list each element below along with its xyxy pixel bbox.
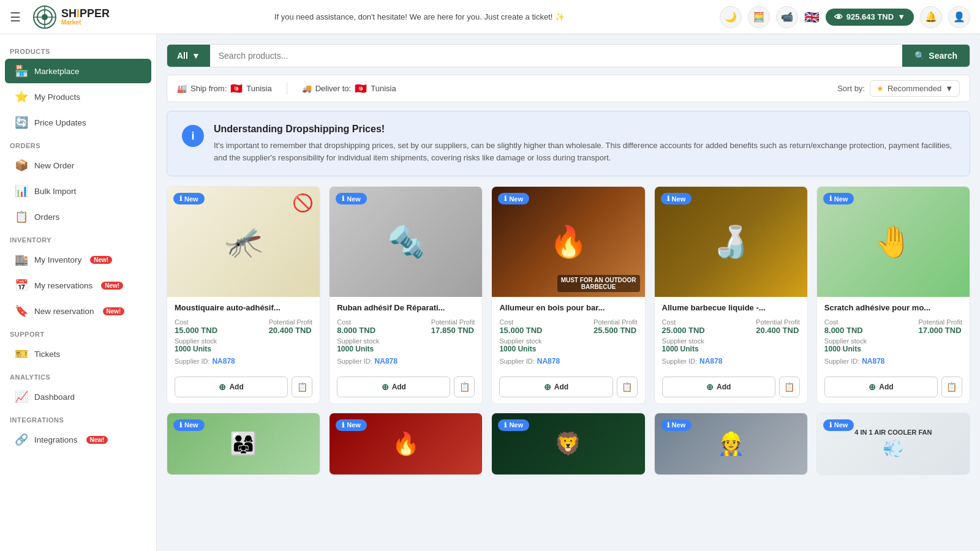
sidebar-label-integrations: Integrations	[34, 435, 78, 444]
stock-label-5: Supplier stock	[824, 337, 962, 345]
new-badge-7: New	[336, 419, 367, 431]
main-content: All ▼ 🔍 Search 🏭 Ship from: 🇹🇳 Tunisia	[157, 34, 980, 551]
add-button-5[interactable]: ⊕ Add	[824, 377, 938, 397]
add-button-1[interactable]: ⊕ Add	[175, 377, 288, 397]
product-image-wrap-4: 🍶 New	[655, 187, 807, 297]
search-button[interactable]: 🔍 Search	[902, 45, 970, 67]
profit-value-5: 17.000 TND	[918, 326, 962, 335]
menu-icon[interactable]: ☰	[10, 10, 21, 24]
details-button-3[interactable]: 📋	[617, 377, 638, 397]
integrations-icon: 🔗	[15, 433, 28, 446]
product-image-wrap-7: 🔥 New	[330, 413, 482, 474]
cost-value-2: 8.000 TND	[337, 326, 375, 335]
new-badge-10: New	[823, 419, 854, 431]
sidebar-item-marketplace[interactable]: 🏪 Marketplace	[5, 59, 151, 83]
search-all-button[interactable]: All ▼	[167, 45, 210, 67]
supplier-row-5: Supplier ID: NA878	[824, 356, 962, 365]
product-image-wrap-1: 🦟 🚫 New	[167, 187, 320, 297]
supplier-label-2: Supplier ID:	[337, 358, 372, 365]
my-reservations-icon: 📅	[15, 279, 28, 292]
cost-value-1: 15.000 TND	[175, 326, 217, 335]
details-button-5[interactable]: 📋	[941, 377, 962, 397]
ship-from-label: Ship from:	[190, 84, 227, 93]
video-icon[interactable]: 📹	[776, 6, 798, 28]
new-reservation-icon: 🔖	[15, 304, 28, 318]
cost-label-3: Cost	[499, 318, 542, 326]
product-actions-5: ⊕ Add 📋	[817, 377, 970, 403]
add-button-4[interactable]: ⊕ Add	[662, 377, 775, 397]
stock-row-3: Supplier stock 1000 Units	[499, 337, 637, 353]
new-badge-3: New	[498, 193, 529, 204]
product-actions-3: ⊕ Add 📋	[492, 377, 644, 403]
product-actions-2: ⊕ Add 📋	[330, 377, 482, 403]
second-products-row: 👨‍👩‍👧 New 🔥 New 🦁 New	[167, 413, 970, 475]
sidebar-item-my-inventory[interactable]: 🏬 My Inventory New!	[5, 247, 151, 272]
sidebar-item-bulk-import[interactable]: 📊 Bulk Import	[5, 179, 151, 203]
stock-row-5: Supplier stock 1000 Units	[824, 337, 962, 353]
product-title-5: Scratch adhésive pour mo...	[824, 303, 962, 313]
my-products-icon: ⭐	[15, 90, 28, 103]
product-title-1: Moustiquaire auto-adhésif...	[175, 303, 312, 313]
details-button-1[interactable]: 📋	[292, 377, 312, 397]
calculator-icon[interactable]: 🧮	[748, 6, 770, 28]
filters-left: 🏭 Ship from: 🇹🇳 Tunisia 🚚 Deliver to: 🇹🇳…	[177, 83, 396, 95]
new-badge-1: New	[173, 193, 205, 204]
profit-label-2: Potential Profit	[431, 318, 475, 326]
product-card-5: 🤚 New Scratch adhésive pour mo... Cost8.…	[816, 186, 970, 404]
product-actions-4: ⊕ Add 📋	[655, 377, 807, 403]
profit-value-1: 20.400 TND	[269, 326, 313, 335]
chevron-down-icon: ▼	[945, 84, 953, 93]
details-button-4[interactable]: 📋	[779, 377, 800, 397]
sidebar-item-tickets[interactable]: 🎫 Tickets	[5, 342, 151, 366]
price-updates-icon: 🔄	[15, 116, 28, 129]
sidebar-item-dashboard[interactable]: 📈 Dashboard	[5, 384, 151, 409]
sidebar-item-my-products[interactable]: ⭐ My Products	[5, 84, 151, 109]
section-label-support: Support	[0, 324, 156, 340]
add-button-2[interactable]: ⊕ Add	[337, 377, 450, 397]
plus-icon-1: ⊕	[219, 382, 226, 392]
filters-row: 🏭 Ship from: 🇹🇳 Tunisia 🚚 Deliver to: 🇹🇳…	[167, 75, 970, 102]
profit-value-3: 25.500 TND	[594, 326, 638, 335]
balance-button[interactable]: 👁 925.643 TND ▼	[826, 9, 914, 26]
product-card-1: 🦟 🚫 New Moustiquaire auto-adhésif... Cos…	[167, 186, 320, 404]
user-avatar[interactable]: 👤	[948, 6, 970, 28]
cost-value-3: 15.000 TND	[499, 326, 542, 335]
ship-from-filter[interactable]: 🏭 Ship from: 🇹🇳 Tunisia	[177, 83, 272, 94]
ship-from-country: Tunisia	[246, 84, 271, 93]
product-title-4: Allume barbecue liquide -...	[662, 303, 800, 313]
new-label-3: New	[509, 195, 523, 203]
details-button-2[interactable]: 📋	[454, 377, 475, 397]
language-flag[interactable]: 🇬🇧	[804, 10, 820, 24]
deliver-to-filter[interactable]: 🚚 Deliver to: 🇹🇳 Tunisia	[302, 83, 396, 94]
add-button-3[interactable]: ⊕ Add	[499, 377, 612, 397]
search-bar: All ▼ 🔍 Search	[167, 44, 970, 67]
sidebar-item-my-reservations[interactable]: 📅 My reservations New!	[5, 273, 151, 298]
notifications-icon[interactable]: 🔔	[920, 6, 942, 28]
stock-label-2: Supplier stock	[337, 337, 475, 345]
sort-dropdown[interactable]: ★ Recommended ▼	[870, 80, 960, 97]
barbecue-overlay: MUST FOR AN OUTDOORBARBECUE	[557, 275, 640, 292]
search-input[interactable]	[210, 45, 903, 67]
product-card-6: 👨‍👩‍👧 New	[167, 413, 320, 475]
deliver-to-country: Tunisia	[371, 84, 396, 93]
dark-mode-toggle[interactable]: 🌙	[720, 6, 742, 28]
new-badge-6: New	[173, 419, 205, 431]
cost-label-4: Cost	[662, 318, 705, 326]
product-card-9: 👷 New	[654, 413, 808, 475]
sidebar-label-tickets: Tickets	[34, 350, 60, 359]
product-image-wrap-2: 🔩 New	[330, 187, 482, 297]
plus-icon-3: ⊕	[544, 382, 551, 392]
stock-value-1: 1000 Units	[175, 345, 312, 353]
sidebar-item-orders[interactable]: 📋 Orders	[5, 204, 151, 229]
sidebar-item-price-updates[interactable]: 🔄 Price Updates	[5, 110, 151, 135]
sidebar-item-new-order[interactable]: 📦 New Order	[5, 153, 151, 178]
warehouse-icon: 🏭	[177, 84, 187, 93]
cost-label-5: Cost	[824, 318, 863, 326]
sidebar-item-integrations[interactable]: 🔗 Integrations New!	[5, 427, 151, 452]
list-icon-1: 📋	[297, 382, 307, 392]
product-info-5: Scratch adhésive pour mo... Cost8.000 TN…	[817, 297, 970, 377]
sidebar-item-new-reservation[interactable]: 🔖 New reservation New!	[5, 299, 151, 323]
stock-value-3: 1000 Units	[499, 345, 637, 353]
stock-row-1: Supplier stock 1000 Units	[175, 337, 312, 353]
product-card-3: 🔥 MUST FOR AN OUTDOORBARBECUE New Allume…	[491, 186, 645, 404]
